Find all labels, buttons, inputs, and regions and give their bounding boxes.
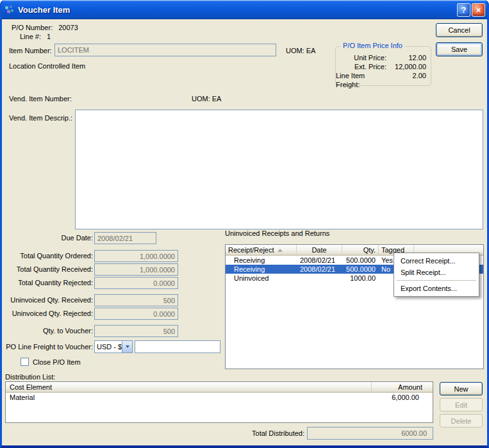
line-number-label: Line #:	[20, 33, 41, 40]
new-button[interactable]: New	[440, 382, 483, 395]
menu-item-split-receipt[interactable]: Split Receipt...	[395, 267, 478, 278]
receipt-qty-cell: 500.0000	[342, 256, 379, 265]
distribution-col-amount[interactable]: Amount	[372, 382, 433, 392]
line-item-freight-label: Line Item Freight:	[336, 71, 388, 89]
total-rejected-label: Total Quantity Rejected:	[1, 279, 93, 286]
receipts-col-qty-label: Qty.	[363, 246, 376, 254]
vend-item-number-label: Vend. Item Number:	[9, 95, 72, 103]
distribution-row-1[interactable]: Material 6,000.00	[6, 393, 433, 402]
context-menu: Correct Receipt... Split Receipt... Expo…	[394, 253, 479, 297]
vend-item-descrip-label: Vend. Item Descrip.:	[9, 114, 72, 122]
ext-price-row: Ext. Price: 12,000.00	[336, 62, 431, 71]
po-number-label: P/O Number:	[12, 24, 53, 31]
line-number-value: 1	[47, 33, 51, 40]
total-rejected-field	[94, 277, 178, 289]
close-po-item-checkbox[interactable]	[21, 358, 29, 366]
titlebar[interactable]: Voucher Item ? ×	[0, 0, 489, 19]
window-title: Voucher Item	[18, 5, 456, 15]
sort-ascending-icon	[278, 249, 283, 252]
distribution-col-amount-label: Amount	[398, 383, 422, 391]
distribution-header: Cost Element Amount	[6, 382, 433, 393]
receipt-type-cell: Receiving	[226, 265, 297, 274]
due-date-label: Due Date:	[1, 234, 93, 242]
voucher-item-window: Voucher Item ? × P/O Number:20073 Line #…	[0, 0, 489, 448]
receipt-date-cell: 2008/02/21	[297, 265, 342, 274]
total-received-label: Total Quantity Received:	[1, 265, 93, 273]
po-number-row: P/O Number:20073	[12, 24, 78, 31]
line-item-freight-value: 2.00	[388, 71, 426, 89]
receipt-type-cell: Receiving	[226, 256, 297, 265]
ext-price-label: Ext. Price:	[354, 62, 386, 71]
unit-price-row: Unit Price: 12.00	[336, 53, 431, 62]
currency-selected-value: USD - $	[95, 343, 122, 351]
close-button[interactable]: ×	[472, 3, 485, 17]
receipts-col-qty[interactable]: Qty.	[342, 245, 379, 255]
price-info-title: P/O Item Price Info	[340, 42, 405, 49]
save-button[interactable]: Save	[436, 42, 483, 56]
uninvoiced-rejected-label: Uninvoiced Qty. Rejected:	[1, 310, 93, 317]
price-info-groupbox: P/O Item Price Info Unit Price: 12.00 Ex…	[335, 46, 431, 86]
due-date-field	[94, 232, 156, 244]
receipt-qty-cell: 500.0000	[342, 265, 379, 274]
distribution-amount-cell: 6,000.00	[372, 393, 433, 402]
receipt-date-cell: 2008/02/21	[297, 256, 342, 265]
total-ordered-field	[94, 250, 178, 262]
total-distributed-field	[307, 427, 433, 440]
uninvoiced-received-label: Uninvoiced Qty. Received:	[1, 296, 93, 304]
line-number-row: Line #:1	[20, 33, 51, 40]
currency-select[interactable]: USD - $	[94, 340, 133, 353]
delete-button: Delete	[440, 414, 483, 427]
unit-price-value: 12.00	[386, 53, 426, 62]
receipts-col-date-label: Date	[311, 246, 326, 254]
distribution-col-cost-element[interactable]: Cost Element	[6, 382, 372, 392]
item-number-label: Item Number:	[9, 47, 52, 54]
location-controlled-note: Location Controlled Item	[9, 62, 85, 70]
receipt-date-cell	[297, 274, 342, 283]
receipts-title: Uninvoiced Receipts and Returns	[225, 229, 329, 237]
total-ordered-label: Total Quantity Ordered:	[1, 252, 93, 260]
item-uom-label: UOM: EA	[286, 47, 315, 54]
distribution-cost-element-cell: Material	[6, 393, 372, 402]
vend-item-descrip-field[interactable]	[75, 110, 483, 229]
edit-button: Edit	[440, 398, 483, 411]
receipts-col-receipt-reject-label: Receipt/Reject	[228, 246, 274, 254]
menu-separator	[397, 280, 476, 281]
vend-uom-label: UOM: EA	[192, 95, 221, 103]
chevron-down-icon	[122, 341, 132, 353]
ext-price-value: 12,000.00	[386, 62, 426, 71]
distribution-table: Cost Element Amount Material 6,000.00	[5, 381, 433, 423]
qty-to-voucher-label: Qty. to Voucher:	[1, 327, 93, 335]
uninvoiced-received-field	[94, 294, 178, 306]
distribution-title: Distribution List:	[5, 373, 55, 381]
receipts-col-date[interactable]: Date	[297, 245, 342, 255]
menu-item-correct-receipt[interactable]: Correct Receipt...	[395, 255, 478, 267]
qty-to-voucher-field[interactable]	[94, 325, 178, 337]
unit-price-label: Unit Price:	[354, 53, 386, 62]
total-received-field	[94, 263, 178, 276]
po-line-freight-label: PO Line Freight to Voucher:	[1, 343, 93, 351]
app-icon	[4, 4, 15, 15]
item-number-field	[54, 44, 276, 56]
distribution-col-cost-element-label: Cost Element	[10, 383, 52, 391]
menu-item-export-contents[interactable]: Export Contents...	[395, 283, 478, 294]
receipts-col-receipt-reject[interactable]: Receipt/Reject	[226, 245, 297, 255]
line-item-freight-row: Line Item Freight: 2.00	[336, 71, 431, 89]
uninvoiced-rejected-field	[94, 308, 178, 320]
cancel-button[interactable]: Cancel	[436, 23, 483, 37]
receipt-type-cell: Uninvoiced	[226, 274, 297, 283]
total-distributed-label: Total Distributed:	[213, 429, 304, 437]
receipt-qty-cell: 1000.00	[342, 274, 379, 283]
freight-amount-field[interactable]	[135, 340, 220, 353]
help-button[interactable]: ?	[457, 3, 470, 17]
close-po-item-label: Close P/O Item	[33, 358, 81, 366]
po-number-value: 20073	[58, 24, 78, 31]
